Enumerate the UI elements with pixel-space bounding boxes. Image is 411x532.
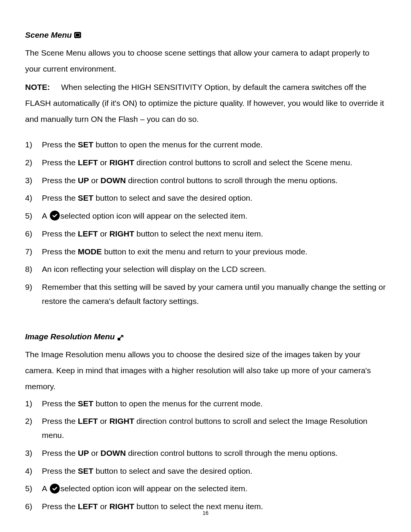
scene-menu-note: NOTE: When selecting the HIGH SENSITIVIT…	[25, 79, 386, 127]
list-content: An icon reflecting your selection will d…	[42, 262, 386, 276]
list-content: Press the LEFT or RIGHT button to select…	[42, 227, 386, 241]
page-number: 16	[25, 510, 386, 516]
list-content: A selected option icon will appear on th…	[42, 209, 386, 223]
list-item: 4)Press the SET button to select and sav…	[25, 191, 386, 205]
list-content: Press the SET button to open the menus f…	[42, 138, 386, 152]
note-text: When selecting the HIGH SENSITIVITY Opti…	[25, 83, 384, 123]
list-item: 5)A selected option icon will appear on …	[25, 209, 386, 223]
list-number: 8)	[25, 262, 42, 276]
list-content: Press the MODE button to exit the menu a…	[42, 245, 386, 259]
list-number: 7)	[25, 245, 42, 259]
list-item: 5)A selected option icon will appear on …	[25, 482, 386, 496]
list-content: A selected option icon will appear on th…	[42, 482, 386, 496]
list-item: 7)Press the MODE button to exit the menu…	[25, 245, 386, 259]
list-item: 3)Press the UP or DOWN direction control…	[25, 446, 386, 460]
scene-menu-intro: The Scene Menu allows you to choose scen…	[25, 45, 386, 77]
list-content: Remember that this setting will be saved…	[42, 280, 386, 308]
scene-menu-heading-text: Scene Menu	[25, 30, 72, 40]
list-content: Press the LEFT or RIGHT direction contro…	[42, 414, 386, 443]
list-content: Press the UP or DOWN direction control b…	[42, 174, 386, 188]
image-resolution-steps: 1)Press the SET button to open the menus…	[25, 397, 386, 514]
list-number: 6)	[25, 227, 42, 241]
list-number: 1)	[25, 138, 42, 152]
list-content: Press the UP or DOWN direction control b…	[42, 446, 386, 460]
list-content: Press the LEFT or RIGHT direction contro…	[42, 156, 386, 170]
list-number: 4)	[25, 191, 42, 205]
list-number: 3)	[25, 446, 42, 460]
list-item: 1)Press the SET button to open the menus…	[25, 397, 386, 411]
checkmark-icon	[50, 484, 60, 494]
list-item: 6)Press the LEFT or RIGHT button to sele…	[25, 227, 386, 241]
list-item: 8)An icon reflecting your selection will…	[25, 262, 386, 276]
scene-menu-steps: 1)Press the SET button to open the menus…	[25, 138, 386, 308]
note-label: NOTE:	[25, 83, 50, 91]
list-item: 1)Press the SET button to open the menus…	[25, 138, 386, 152]
list-number: 2)	[25, 414, 42, 443]
image-resolution-heading-text: Image Resolution Menu	[25, 332, 115, 341]
list-number: 3)	[25, 174, 42, 188]
list-number: 5)	[25, 209, 42, 223]
checkmark-icon	[50, 211, 60, 220]
list-number: 4)	[25, 464, 42, 478]
list-content: Press the SET button to select and save …	[42, 464, 386, 478]
scene-menu-heading: Scene Menu	[25, 30, 386, 40]
image-resolution-intro: The Image Resolution menu allows you to …	[25, 347, 386, 395]
list-number: 9)	[25, 280, 42, 308]
list-item: 9)Remember that this setting will be sav…	[25, 280, 386, 308]
scene-icon	[74, 32, 81, 38]
list-number: 5)	[25, 482, 42, 496]
image-resolution-heading: Image Resolution Menu	[25, 332, 386, 341]
list-item: 3)Press the UP or DOWN direction control…	[25, 174, 386, 188]
resolution-icon	[117, 334, 124, 340]
list-content: Press the SET button to open the menus f…	[42, 397, 386, 411]
list-number: 1)	[25, 397, 42, 411]
list-content: Press the SET button to select and save …	[42, 191, 386, 205]
list-item: 2)Press the LEFT or RIGHT direction cont…	[25, 414, 386, 443]
list-item: 4)Press the SET button to select and sav…	[25, 464, 386, 478]
list-number: 2)	[25, 156, 42, 170]
list-item: 2)Press the LEFT or RIGHT direction cont…	[25, 156, 386, 170]
